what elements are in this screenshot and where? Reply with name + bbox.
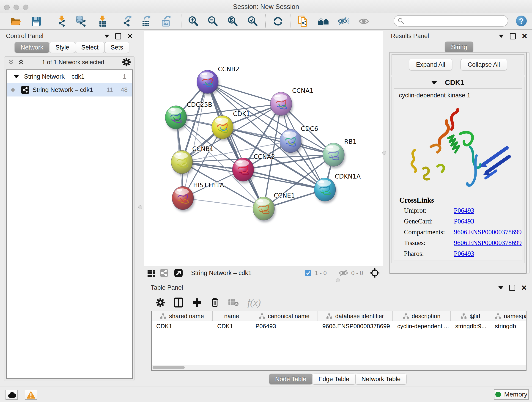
export-table-icon[interactable] (140, 15, 153, 28)
selected-checkbox-icon[interactable] (305, 269, 312, 276)
tab-style[interactable]: Style (49, 42, 75, 53)
import-table-file-icon[interactable] (96, 15, 109, 28)
node-section-header[interactable]: CDK1 (392, 77, 524, 89)
network-birdseye-icon[interactable] (160, 269, 168, 277)
splitter-handle[interactable] (138, 205, 142, 209)
panel-close-icon[interactable]: ✕ (521, 285, 527, 290)
tab-select[interactable]: Select (75, 42, 105, 53)
crosshair-icon[interactable] (370, 268, 380, 278)
export-image-icon[interactable] (160, 15, 173, 28)
table-cell[interactable]: CDK1 (152, 323, 213, 330)
panel-close-icon[interactable]: ✕ (127, 34, 133, 39)
results-scrollbar[interactable] (526, 52, 530, 274)
table-row[interactable]: CDK1CDK1P064939606.ENSP00000378699cyclin… (152, 321, 526, 331)
zoom-in-icon[interactable] (187, 15, 200, 28)
column-header-database-identifier[interactable]: database identifier (318, 311, 393, 321)
network-edge-CCNB2-CCNE1[interactable] (208, 82, 264, 209)
import-network-file-icon[interactable] (56, 15, 68, 28)
help-button[interactable]: ? (516, 16, 527, 26)
table-cell[interactable]: stringdb:9... (451, 323, 490, 330)
hidden-eye-icon[interactable] (339, 269, 348, 277)
panel-float-icon[interactable] (510, 33, 516, 39)
crosslink-link[interactable]: 9606.ENSP00000378699 (454, 228, 522, 236)
panel-collapse-icon[interactable] (498, 286, 503, 289)
network-node-CCNB2[interactable] (197, 70, 220, 96)
grid-view-icon[interactable] (147, 269, 156, 277)
crosslink-link[interactable]: P06493 (454, 250, 474, 257)
refresh-view-icon[interactable] (272, 15, 284, 28)
network-node-HIST1H1A[interactable] (172, 186, 195, 212)
crosslink-link[interactable]: 9606.ENSP00000378699 (454, 239, 522, 247)
show-all-icon[interactable] (357, 15, 370, 28)
table-cell[interactable]: 9606.ENSP00000378699 (318, 323, 393, 330)
add-column-icon[interactable] (192, 298, 202, 307)
search-input[interactable] (404, 17, 497, 25)
zoom-selected-icon[interactable] (246, 15, 259, 28)
panel-collapse-icon[interactable] (499, 35, 504, 38)
network-edge-CCNE1-HIST1H1A[interactable] (183, 198, 264, 209)
crosslink-link[interactable]: P06493 (454, 217, 474, 225)
section-collapse-icon[interactable] (431, 81, 437, 85)
column-header-namespac[interactable]: namespac (490, 311, 526, 321)
panel-close-icon[interactable]: ✕ (522, 34, 527, 39)
network-node-CDKN1A[interactable] (314, 178, 337, 203)
expand-all-icon[interactable] (18, 59, 24, 65)
duplicate-network-icon[interactable] (297, 15, 310, 28)
show-columns-icon[interactable] (174, 298, 183, 307)
delete-column-icon[interactable] (210, 298, 220, 307)
network-node-CDK1[interactable] (212, 115, 234, 141)
column-header-shared-name[interactable]: shared name (152, 311, 213, 321)
collapse-all-icon[interactable] (8, 59, 14, 65)
import-network-database-icon[interactable] (75, 15, 88, 28)
table-settings-icon[interactable] (156, 298, 165, 307)
zoom-out-icon[interactable] (206, 15, 219, 28)
network-node-CCNA1[interactable] (270, 92, 293, 118)
table-cell[interactable]: P06493 (251, 323, 318, 330)
table-hscrollbar[interactable] (152, 365, 526, 370)
network-node-CDC25B[interactable] (165, 106, 188, 131)
splitter-handle[interactable] (382, 151, 386, 155)
delete-table-icon[interactable] (228, 298, 239, 307)
tab-network[interactable]: Network (14, 42, 50, 53)
crosslink-link[interactable]: P06493 (454, 207, 474, 214)
splitter-handle[interactable] (336, 279, 340, 282)
crosslink-label: Tissues: (404, 239, 454, 247)
export-network-icon[interactable] (121, 15, 134, 28)
network-edge-CCNB2-HIST1H1A[interactable] (183, 82, 208, 198)
network-collection-row[interactable]: String Network – cdk1 1 (7, 70, 132, 83)
hscroll-thumb[interactable] (152, 366, 185, 369)
column-header-description[interactable]: description (393, 311, 451, 321)
network-node-RB1[interactable] (323, 143, 346, 168)
open-in-window-icon[interactable] (174, 269, 183, 277)
tab-node-table[interactable]: Node Table (269, 374, 312, 385)
table-cell[interactable]: cyclin-dependent ... (393, 323, 451, 330)
table-cell[interactable]: CDK1 (213, 323, 251, 330)
open-file-icon[interactable] (9, 15, 22, 28)
network-row-selected[interactable]: String Network – cdk1 11 48 (7, 83, 132, 96)
zoom-fit-icon[interactable] (226, 15, 239, 28)
column-header--id[interactable]: @id (451, 311, 490, 321)
panel-collapse-icon[interactable] (104, 35, 109, 38)
table-cell[interactable]: stringdb (490, 323, 526, 330)
network-node-CCNE1[interactable] (253, 197, 276, 222)
search-box[interactable] (394, 15, 508, 27)
cloud-button[interactable] (6, 390, 18, 400)
tab-string[interactable]: String (445, 41, 473, 52)
save-session-icon[interactable] (30, 15, 43, 28)
gear-icon[interactable] (122, 58, 131, 66)
first-neighbors-icon[interactable] (317, 15, 330, 28)
collapse-all-button[interactable]: Collapse All (461, 59, 507, 70)
hide-selected-icon[interactable] (337, 15, 350, 28)
memory-button[interactable]: Memory (494, 389, 529, 400)
network-canvas[interactable]: CCNB2CCNA1CDC25BCDK1CDC6RB1CCNB1CCNA2CDK… (144, 31, 383, 267)
column-header-canonical-name[interactable]: canonical name (251, 311, 318, 321)
panel-float-icon[interactable] (115, 33, 121, 39)
tab-sets[interactable]: Sets (104, 42, 129, 53)
warning-button[interactable] (25, 390, 37, 400)
tab-network-table[interactable]: Network Table (355, 374, 407, 385)
panel-float-icon[interactable] (509, 285, 515, 291)
expand-all-button[interactable]: Expand All (409, 59, 452, 70)
column-header-name[interactable]: name (213, 311, 251, 321)
tree-expand-icon[interactable] (13, 75, 19, 78)
tab-edge-table[interactable]: Edge Table (312, 374, 355, 385)
